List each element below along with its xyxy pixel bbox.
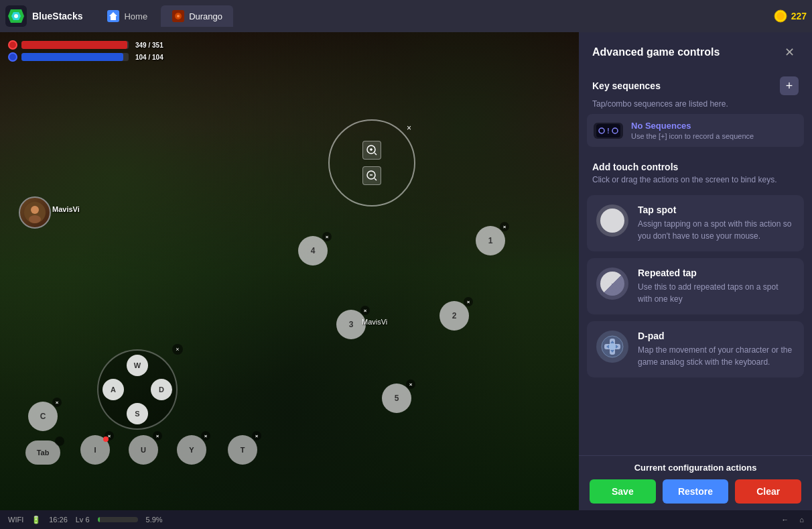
coin-area: 227 bbox=[774, 9, 807, 23]
btn-2-close-icon[interactable]: × bbox=[464, 297, 473, 306]
action-btn-t[interactable]: T × bbox=[228, 435, 257, 465]
dpad-down-key[interactable]: S bbox=[127, 403, 148, 424]
tap-spot-title: Tap spot bbox=[638, 204, 795, 215]
clear-button[interactable]: Clear bbox=[735, 479, 801, 504]
svg-point-13 bbox=[29, 215, 41, 223]
panel-body[interactable]: Key sequences + Tap/combo sequences are … bbox=[579, 70, 812, 455]
home-nav-icon[interactable]: ⌂ bbox=[799, 516, 804, 524]
tab-durango[interactable]: Durango bbox=[161, 5, 233, 27]
action-btn-tab[interactable]: Tab bbox=[25, 440, 60, 465]
dpad-card[interactable]: D-pad Map the movement of your character… bbox=[587, 321, 804, 377]
tab-home-label: Home bbox=[124, 11, 147, 21]
add-sequence-button[interactable]: + bbox=[780, 76, 799, 95]
progress-text: 5.9% bbox=[146, 516, 163, 524]
back-nav-icon[interactable]: ← bbox=[781, 516, 789, 524]
status-bar: WIFI 🔋 16:26 Lv 6 5.9% ← ⌂ bbox=[0, 510, 812, 529]
action-btn-3[interactable]: 3 × bbox=[336, 310, 366, 339]
footer-buttons: Save Restore Clear bbox=[590, 479, 801, 504]
action-btn-c[interactable]: C × bbox=[28, 402, 58, 431]
action-btn-i[interactable]: I × bbox=[80, 435, 110, 465]
action-btn-1[interactable]: 1 × bbox=[476, 226, 505, 255]
zoom-in-icon bbox=[366, 144, 378, 156]
main-content: 349 / 351 104 / 104 MavisVi × bbox=[0, 32, 812, 510]
dpad-left-key[interactable]: A bbox=[103, 379, 124, 400]
svg-line-20 bbox=[375, 178, 377, 180]
no-sequence-item: ! No Sequences Use the [+] icon to recor… bbox=[587, 114, 804, 147]
health-fill bbox=[21, 41, 127, 49]
dpad-close-icon[interactable]: × bbox=[172, 344, 183, 355]
zoom-close-icon[interactable]: × bbox=[407, 123, 411, 133]
btn-y-close-icon[interactable]: × bbox=[201, 431, 210, 440]
dpad-card-text: D-pad Map the movement of your character… bbox=[638, 331, 795, 368]
right-panel: Advanced game controls ✕ Key sequences +… bbox=[579, 32, 812, 510]
repeated-tap-card[interactable]: Repeated tap Use this to add repeated ta… bbox=[587, 258, 804, 314]
zoom-in-button[interactable] bbox=[362, 141, 381, 160]
progress-bar bbox=[98, 517, 138, 522]
tap-spot-desc: Assign tapping on a spot with this actio… bbox=[638, 218, 795, 242]
save-button[interactable]: Save bbox=[590, 479, 656, 504]
zoom-out-button[interactable] bbox=[362, 166, 381, 185]
btn-i-close-icon[interactable]: × bbox=[105, 431, 114, 440]
repeated-tap-desc: Use this to add repeated taps on a spot … bbox=[638, 281, 795, 305]
action-btn-y[interactable]: Y × bbox=[177, 435, 206, 465]
coin-icon bbox=[774, 9, 787, 23]
repeated-tap-circle bbox=[600, 272, 624, 296]
status-nav: ← ⌂ bbox=[781, 516, 804, 524]
mana-track bbox=[21, 53, 129, 61]
action-btn-4[interactable]: 4 × bbox=[298, 236, 328, 266]
restore-button[interactable]: Restore bbox=[663, 479, 729, 504]
action-btn-u[interactable]: U × bbox=[129, 435, 158, 465]
tab-home[interactable]: Home bbox=[96, 5, 158, 27]
dpad-control[interactable]: × W S A D bbox=[97, 349, 178, 430]
mana-fill bbox=[21, 53, 123, 61]
dpad-right-key[interactable]: D bbox=[151, 379, 172, 400]
battery-status: 🔋 bbox=[31, 516, 41, 524]
level-status: Lv 6 bbox=[76, 516, 90, 524]
footer-section-label: Current configuration actions bbox=[590, 463, 801, 473]
tap-spot-icon bbox=[596, 204, 628, 237]
svg-point-10 bbox=[776, 12, 785, 20]
mana-icon bbox=[8, 52, 17, 62]
btn-3-close-icon[interactable]: × bbox=[360, 306, 370, 315]
tap-spot-card[interactable]: Tap spot Assign tapping on a spot with t… bbox=[587, 195, 804, 251]
no-sequence-desc: Use the [+] icon to record a sequence bbox=[631, 132, 754, 140]
add-touch-title: Add touch controls bbox=[592, 162, 799, 172]
mana-text: 104 / 104 bbox=[135, 54, 163, 61]
btn-t-close-icon[interactable]: × bbox=[252, 431, 261, 440]
dpad-card-desc: Map the movement of your character or th… bbox=[638, 344, 795, 368]
coin-value: 227 bbox=[791, 11, 807, 21]
btn-c-close-icon[interactable]: × bbox=[52, 398, 62, 407]
mana-bar-container: 104 / 104 bbox=[8, 52, 163, 62]
key-sequences-section-header: Key sequences + bbox=[587, 70, 804, 99]
svg-text:!: ! bbox=[607, 127, 609, 135]
btn-4-close-icon[interactable]: × bbox=[322, 232, 332, 241]
btn-tab-close-icon[interactable] bbox=[55, 436, 64, 446]
repeated-tap-icon bbox=[596, 268, 628, 300]
svg-point-12 bbox=[31, 206, 39, 214]
dpad-up-key[interactable]: W bbox=[127, 355, 148, 376]
title-bar: BlueStacks Home Durango 227 bbox=[0, 0, 812, 32]
health-bar-container: 349 / 351 bbox=[8, 40, 163, 50]
add-touch-section: Add touch controls Click or drag the act… bbox=[587, 155, 804, 195]
btn-5-close-icon[interactable]: × bbox=[406, 379, 415, 389]
wifi-status: WIFI bbox=[8, 516, 23, 524]
zoom-out-icon bbox=[366, 170, 378, 182]
panel-title: Advanced game controls bbox=[592, 46, 720, 58]
add-touch-desc: Click or drag the actions on the screen … bbox=[592, 175, 799, 184]
btn-1-close-icon[interactable]: × bbox=[500, 222, 509, 231]
btn-u-close-icon[interactable]: × bbox=[153, 431, 162, 440]
tap-spot-circle bbox=[600, 209, 624, 233]
panel-footer: Current configuration actions Save Resto… bbox=[579, 455, 812, 510]
svg-point-3 bbox=[14, 14, 18, 18]
action-btn-5[interactable]: 5 × bbox=[382, 384, 411, 413]
action-btn-2[interactable]: 2 × bbox=[439, 301, 469, 331]
health-track bbox=[21, 41, 129, 49]
panel-close-button[interactable]: ✕ bbox=[780, 43, 799, 62]
durango-icon bbox=[172, 9, 185, 23]
health-text: 349 / 351 bbox=[135, 42, 163, 49]
tap-spot-text: Tap spot Assign tapping on a spot with t… bbox=[638, 204, 795, 242]
game-viewport[interactable]: 349 / 351 104 / 104 MavisVi × bbox=[0, 32, 579, 510]
bluestacks-logo bbox=[5, 5, 27, 27]
app-name: BlueStacks bbox=[32, 11, 82, 21]
svg-point-28 bbox=[609, 343, 616, 350]
